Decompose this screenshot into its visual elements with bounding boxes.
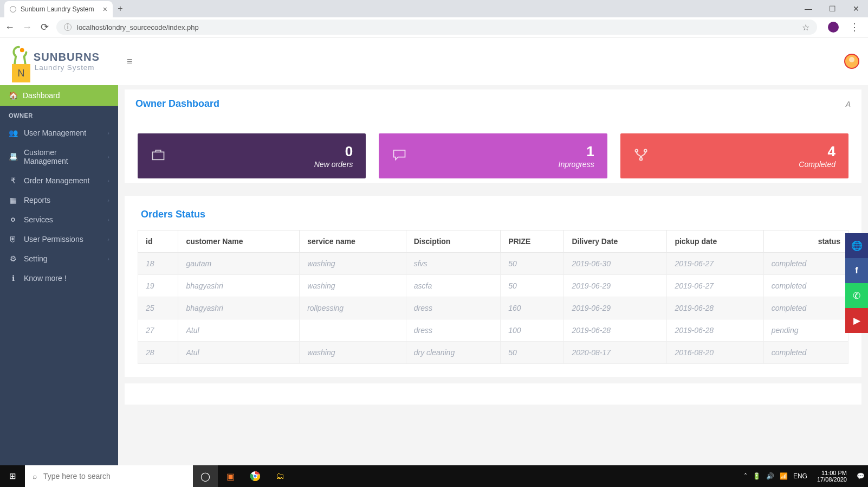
svg-point-7 <box>639 158 642 161</box>
cell-customer: Atul <box>178 319 300 342</box>
user-avatar[interactable] <box>844 54 859 69</box>
close-window-button[interactable]: ✕ <box>844 0 868 17</box>
profile-avatar[interactable] <box>828 22 839 33</box>
cell-desc: ascfa <box>406 275 500 297</box>
table-row[interactable]: 18gautamwashingsfvs502019-06-302019-06-2… <box>138 253 848 275</box>
browser-tab[interactable]: Sunburn Laundry System × <box>4 1 113 17</box>
bookmark-star-icon[interactable]: ☆ <box>802 22 809 33</box>
stat-card-completed[interactable]: 4 Completed <box>620 133 848 178</box>
sidebar-item-label: Reports <box>24 196 50 204</box>
minimize-button[interactable]: — <box>796 0 820 17</box>
stat-label: New orders <box>314 160 353 169</box>
sidebar-item-services[interactable]: ⭘ Services › <box>0 210 118 229</box>
cell-service: rollpessing <box>300 297 406 319</box>
new-tab-button[interactable]: + <box>113 1 128 16</box>
cell-pickup: 2019-06-27 <box>667 275 763 297</box>
cell-id: 27 <box>138 319 178 342</box>
cell-pickup: 2019-06-28 <box>667 319 763 342</box>
table-row[interactable]: 28Atulwashingdry cleaning502020-08-17201… <box>138 342 848 364</box>
id-card-icon: 📇 <box>9 152 17 161</box>
column-prize: PRIZE <box>501 230 564 253</box>
cell-status: completed <box>763 297 848 319</box>
chevron-right-icon: › <box>107 177 109 184</box>
windows-start-icon[interactable]: ⊞ <box>0 465 25 466</box>
address-bar: ← → ⟳ i localhost/londry_sourcecode/inde… <box>0 17 868 37</box>
sidebar-item-label: Customer Management <box>24 148 101 165</box>
social-rail: 🌐 f ✆ ▶ <box>845 233 868 333</box>
column-pickup-date: pickup date <box>667 230 763 253</box>
sidebar-item-dashboard[interactable]: 🏠 Dashboard <box>0 85 118 106</box>
page-header: Owner Dashboard A <box>125 89 861 118</box>
sidebar-item-label: User Permissions <box>24 235 83 244</box>
table-row[interactable]: 25bhagyashrirollpessingdress1602019-06-2… <box>138 297 848 319</box>
cell-pickup: 2019-06-28 <box>667 297 763 319</box>
xampp-icon[interactable]: ▣ <box>218 465 243 466</box>
stat-card-inprogress[interactable]: 1 Inprogress <box>379 133 607 178</box>
cell-customer: gautam <box>178 253 300 275</box>
task-icons: ◯ ▣ 🗂 <box>193 465 293 466</box>
tab-title: Sunburn Laundry System <box>21 5 94 13</box>
table-row[interactable]: 19bhagyashriwashingascfa502019-06-292019… <box>138 275 848 297</box>
sidebar-item-know-more-[interactable]: ℹ Know more ! <box>0 268 118 288</box>
orders-title: Orders Status <box>138 209 848 220</box>
forward-button[interactable]: → <box>22 22 33 33</box>
cell-desc: dress <box>406 297 500 319</box>
maximize-button[interactable]: ☐ <box>820 0 844 17</box>
whatsapp-icon[interactable]: ✆ <box>845 283 868 308</box>
dashboard-icon: 🏠 <box>9 91 17 100</box>
sidebar-item-user-management[interactable]: 👥 User Management › <box>0 123 118 143</box>
taskbar: ⊞ ⌕ Type here to search ◯ ▣ 🗂 ˄ 🔋 🔊 📶 EN… <box>0 465 868 466</box>
table-row[interactable]: 27Atuldress1002019-06-282019-06-28pendin… <box>138 319 848 342</box>
cell-status: completed <box>763 253 848 275</box>
site-info-icon[interactable]: i <box>64 23 72 31</box>
facebook-icon[interactable]: f <box>845 258 868 283</box>
column-dilivery-date: Dilivery Date <box>564 230 667 253</box>
svg-point-5 <box>635 150 638 152</box>
sidebar-item-user-permissions[interactable]: ⛨ User Permissions › <box>0 229 118 249</box>
cell-status: completed <box>763 342 848 364</box>
taskbar-search[interactable]: ⌕ Type here to search <box>25 465 193 466</box>
orders-section: Orders Status idcustomer Nameservice nam… <box>125 196 861 377</box>
cell-delivery: 2019-06-30 <box>564 253 667 275</box>
cell-service: washing <box>300 253 406 275</box>
sidebar-item-order-management[interactable]: ₹ Order Management › <box>0 171 118 190</box>
sidebar-item-label: Know more ! <box>24 274 67 283</box>
sidebar-item-label: Services <box>24 215 53 224</box>
globe-social-icon[interactable]: 🌐 <box>845 233 868 258</box>
chevron-right-icon: › <box>107 197 109 203</box>
svg-point-6 <box>644 150 646 152</box>
window-controls: — ☐ ✕ <box>796 0 868 17</box>
youtube-icon[interactable]: ▶ <box>845 308 868 333</box>
close-icon[interactable]: × <box>103 5 107 14</box>
stat-label: Inprogress <box>559 160 594 169</box>
column-id: id <box>138 230 178 253</box>
file-explorer-icon[interactable]: 🗂 <box>268 465 293 466</box>
svg-text:SUNBURNS: SUNBURNS <box>34 51 100 63</box>
reload-button[interactable]: ⟳ <box>39 21 50 33</box>
cell-service <box>300 319 406 342</box>
cell-customer: bhagyashri <box>178 275 300 297</box>
user-plus-icon: 👥 <box>9 129 17 137</box>
chevron-right-icon: › <box>107 236 109 242</box>
stat-label: Completed <box>799 160 835 169</box>
sidebar-item-label: Setting <box>24 254 48 263</box>
sidebar-item-setting[interactable]: ⚙ Setting › <box>0 249 118 268</box>
cortana-icon[interactable]: ◯ <box>193 465 218 466</box>
cell-pickup: 2016-08-20 <box>667 342 763 364</box>
cell-customer: Atul <box>178 342 300 364</box>
cell-id: 19 <box>138 275 178 297</box>
tab-bar: Sunburn Laundry System × + — ☐ ✕ <box>0 0 868 17</box>
sidebar-item-reports[interactable]: ▦ Reports › <box>0 190 118 210</box>
browser-menu-icon[interactable]: ⋮ <box>850 21 859 33</box>
sidebar-item-customer-management[interactable]: 📇 Customer Management › <box>0 143 118 171</box>
chevron-right-icon: › <box>107 153 109 160</box>
gear-icon: ⚙ <box>9 254 17 263</box>
briefcase-icon <box>151 145 166 166</box>
back-button[interactable]: ← <box>4 22 15 33</box>
cell-status: completed <box>763 275 848 297</box>
n-badge: N <box>12 64 30 82</box>
chrome-icon[interactable] <box>243 465 268 466</box>
url-field[interactable]: i localhost/londry_sourcecode/index.php … <box>56 20 817 35</box>
stat-card-new-orders[interactable]: 0 New orders <box>138 133 366 178</box>
hamburger-icon[interactable]: ≡ <box>127 56 133 67</box>
